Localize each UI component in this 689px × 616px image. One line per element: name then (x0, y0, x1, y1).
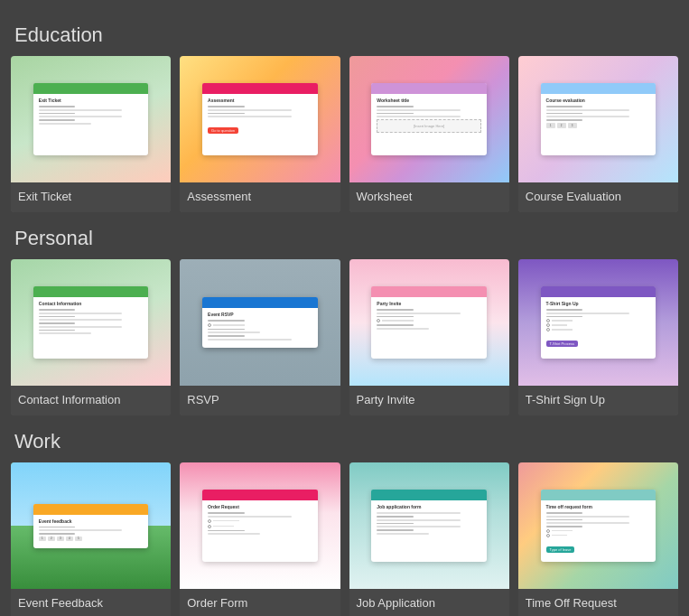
section-personal: Personal Contact Information Contact In (11, 227, 678, 415)
card-worksheet[interactable]: Worksheet title [Insert Image Here] Work… (349, 56, 509, 212)
personal-grid: Contact Information Contact Information (11, 259, 678, 415)
thumb-tshirt: T-Shirt Sign Up T-Shirt Process (518, 259, 678, 386)
mini-form-order-form: Order Request (202, 490, 318, 562)
card-assessment[interactable]: Assessment Go to question Assessment (180, 56, 340, 212)
mini-form-job-app: Job application form (371, 490, 487, 562)
thumb-event-feedback: Event feedback 1 2 3 4 5 (11, 462, 171, 589)
section-title-personal: Personal (14, 227, 678, 250)
mini-form-assessment: Assessment Go to question (202, 83, 318, 155)
card-exit-ticket[interactable]: Exit Ticket Exit Ticket (11, 56, 171, 212)
mini-form-contact-info: Contact Information (33, 286, 149, 359)
section-education: Education Exit Ticket Exit Ticket (11, 23, 678, 212)
card-label-tshirt-sign-up: T-Shirt Sign Up (518, 386, 678, 415)
mini-form-exit-ticket: Exit Ticket (33, 83, 149, 155)
card-rsvp[interactable]: Event RSVP RSVP (180, 259, 340, 415)
card-party-invite[interactable]: Party Invite Party Invite (349, 259, 509, 415)
section-title-work: Work (14, 430, 678, 453)
card-label-party-invite: Party Invite (349, 386, 509, 415)
thumb-worksheet: Worksheet title [Insert Image Here] (349, 56, 509, 182)
card-event-feedback[interactable]: Event feedback 1 2 3 4 5 Event Feedback (11, 462, 171, 616)
card-course-evaluation[interactable]: Course evaluation 1 2 3 Course Evaluatio… (518, 56, 678, 212)
mini-form-tshirt: T-Shirt Sign Up T-Shirt Process (541, 286, 656, 359)
thumb-order-form: Order Request (180, 462, 340, 589)
thumb-course-eval: Course evaluation 1 2 3 (518, 56, 678, 182)
thumb-assessment: Assessment Go to question (180, 56, 340, 182)
thumb-party-invite: Party Invite (349, 259, 509, 386)
card-label-event-feedback: Event Feedback (11, 589, 171, 616)
card-label-rsvp: RSVP (180, 386, 340, 415)
section-title-education: Education (14, 23, 678, 47)
thumb-contact-info: Contact Information (11, 259, 171, 386)
section-work: Work Event feedback 1 2 3 4 (11, 430, 678, 616)
card-label-order-form: Order Form (180, 589, 340, 616)
card-time-off-request[interactable]: Time off request form Type of leave Time… (518, 462, 678, 616)
card-contact-information[interactable]: Contact Information Contact Information (11, 259, 171, 415)
thumb-time-off: Time off request form Type of leave (518, 462, 678, 589)
card-tshirt-sign-up[interactable]: T-Shirt Sign Up T-Shirt Process T-Shirt … (518, 259, 678, 415)
card-label-contact-information: Contact Information (11, 386, 171, 415)
card-label-course-evaluation: Course Evaluation (518, 182, 678, 212)
mini-form-worksheet: Worksheet title [Insert Image Here] (371, 83, 487, 155)
card-job-application[interactable]: Job application form Job Application (349, 462, 509, 616)
card-order-form[interactable]: Order Request Order Form (180, 462, 340, 616)
education-grid: Exit Ticket Exit Ticket Assessment (11, 56, 678, 212)
mini-form-party-invite: Party Invite (371, 286, 487, 359)
card-label-exit-ticket: Exit Ticket (11, 182, 171, 212)
card-label-job-application: Job Application (349, 589, 509, 616)
card-label-time-off-request: Time Off Request (518, 589, 678, 616)
card-label-assessment: Assessment (180, 182, 340, 212)
card-label-worksheet: Worksheet (349, 182, 509, 212)
thumb-job-app: Job application form (349, 462, 509, 589)
mini-form-course-eval: Course evaluation 1 2 3 (541, 83, 656, 155)
thumb-exit-ticket: Exit Ticket (11, 56, 171, 182)
mini-form-time-off: Time off request form Type of leave (541, 490, 656, 562)
thumb-rsvp: Event RSVP (180, 259, 340, 386)
work-grid: Event feedback 1 2 3 4 5 Event Feedback (11, 462, 678, 616)
